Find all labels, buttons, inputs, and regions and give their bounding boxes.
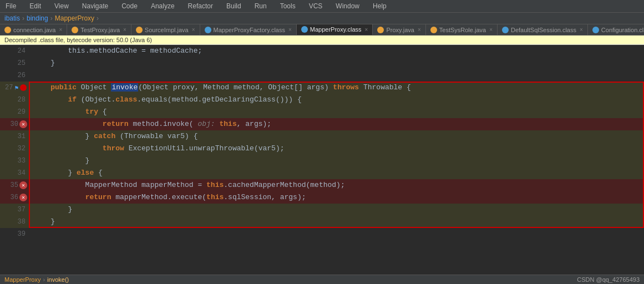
tab-connection[interactable]: connection.java × (0, 24, 67, 35)
line-num-area-39: 39 (0, 228, 29, 240)
tab-label-configuration: Configuration.class (601, 27, 644, 33)
line-row-28: 28 if (Object.class.equals(method.getDec… (0, 94, 644, 106)
bottom-method[interactable]: invoke() (47, 276, 69, 283)
menu-navigate[interactable]: Navigate (79, 1, 111, 11)
bottom-bar: MapperProxy › invoke() CSDN @qq_42765493 (0, 275, 644, 284)
breadcrumb-sep1: › (22, 14, 24, 22)
line-content-26 (29, 69, 644, 82)
tab-configuration[interactable]: Configuration.class × (588, 24, 644, 35)
tab-sourceimpl[interactable]: SourceImpl.java × (131, 24, 200, 35)
tab-defaultsqlsession[interactable]: DefaultSqlSession.class × (498, 24, 588, 35)
bottom-breadcrumb: MapperProxy › invoke() (4, 276, 69, 283)
breadcrumb-mapperproxy[interactable]: MapperProxy (55, 14, 94, 22)
tab-icon-testproxy (72, 27, 78, 33)
line-row-39: 39 (0, 228, 644, 240)
menu-file[interactable]: File (2, 1, 19, 11)
tab-label-mapperproxyfactory: MapperProxyFactory.class (214, 27, 285, 33)
bookmark-icon: ⚑ (14, 84, 18, 92)
line-num-38: 38 (13, 218, 26, 226)
bottom-class[interactable]: MapperProxy (4, 276, 40, 283)
menu-help[interactable]: Help (369, 1, 390, 11)
info-text: Decompiled .class file, bytecode version… (4, 37, 152, 43)
line-content-25: } (29, 57, 644, 69)
tab-mapperproxyfactory[interactable]: MapperProxyFactory.class × (200, 24, 297, 35)
tab-icon-mapperproxy (301, 26, 308, 33)
menu-bar: File Edit View Navigate Code Analyze Ref… (0, 0, 644, 13)
line-num-27: 27 (1, 84, 13, 92)
line-content-34: } else { (29, 167, 644, 179)
menu-tools[interactable]: Tools (277, 1, 299, 11)
tab-label-mapperproxy: MapperProxy.class (310, 26, 362, 33)
error-icon-36: ✕ (19, 194, 27, 201)
line-content-37: } (29, 204, 644, 216)
line-row-30: 30 ✕ return method.invoke( obj: this, ar… (0, 118, 644, 130)
line-content-28: if (Object.class.equals(method.getDeclar… (29, 94, 644, 106)
tab-close-testsysrole[interactable]: × (489, 27, 493, 33)
menu-vcs[interactable]: VCS (306, 1, 326, 11)
tab-label-testproxy: TestProxy.java (80, 27, 120, 33)
menu-view[interactable]: View (51, 1, 72, 11)
info-bar: Decompiled .class file, bytecode version… (0, 36, 644, 45)
line-num-34: 34 (13, 169, 26, 177)
line-row-32: 32 throw ExceptionUtil.unwrapThrowable(v… (0, 143, 644, 155)
line-num-31: 31 (13, 133, 26, 140)
ide-window: File Edit View Navigate Code Analyze Ref… (0, 0, 644, 284)
line-num-32: 32 (13, 145, 26, 153)
line-num-area-25: 25 (0, 57, 29, 69)
line-content-24: this.methodCache = methodCache; (29, 45, 644, 57)
tab-mapperproxy[interactable]: MapperProxy.class × (297, 24, 373, 36)
line-content-35: MapperMethod mapperMethod = this.cachedM… (29, 179, 644, 191)
tab-testsysrole[interactable]: TestSysRole.java × (426, 24, 498, 35)
line-num-area-30: 30 ✕ (0, 118, 29, 130)
line-num-39: 39 (13, 230, 26, 238)
bottom-credit: CSDN @qq_42765493 (577, 276, 640, 283)
tab-testproxy[interactable]: TestProxy.java × (67, 24, 131, 35)
menu-code[interactable]: Code (118, 1, 141, 11)
line-num-area-35: 35 ✕ (0, 179, 29, 191)
line-num-area-28: 28 (0, 94, 29, 106)
line-content-32: throw ExceptionUtil.unwrapThrowable(var5… (29, 143, 644, 155)
menu-window[interactable]: Window (332, 1, 363, 11)
line-row-36: 36 ✕ return mapperMethod.execute(this.sq… (0, 191, 644, 204)
line-row-37: 37 } (0, 204, 644, 216)
line-num-area-26: 26 (0, 69, 29, 82)
line-num-25: 25 (13, 59, 26, 67)
tab-close-connection[interactable]: × (59, 27, 62, 33)
line-content-39 (29, 228, 644, 240)
menu-build[interactable]: Build (223, 1, 245, 11)
breadcrumb: ibatis › binding › MapperProxy › (0, 13, 644, 24)
tab-close-proxy[interactable]: × (418, 27, 421, 33)
line-num-area-24: 24 (0, 45, 29, 57)
line-row-34: 34 } else { (0, 167, 644, 179)
tab-close-testproxy[interactable]: × (123, 27, 126, 33)
tab-close-mapperproxyfactory[interactable]: × (288, 27, 292, 33)
tab-close-mapperproxy[interactable]: × (365, 27, 368, 33)
line-content-27: public Object invoke(Object proxy, Metho… (29, 82, 644, 94)
breadcrumb-ibatis[interactable]: ibatis (4, 14, 20, 22)
line-row-33: 33 } (0, 155, 644, 167)
menu-refactor[interactable]: Refactor (185, 1, 216, 11)
all-lines: 24 this.methodCache = methodCache; 25 } … (0, 45, 644, 240)
code-area[interactable]: 24 this.methodCache = methodCache; 25 } … (0, 45, 644, 275)
tab-close-defaultsqlsession[interactable]: × (580, 27, 583, 33)
line-num-29: 29 (13, 108, 26, 116)
line-row-38: 38 } (0, 216, 644, 228)
tab-proxy[interactable]: Proxy.java × (373, 24, 425, 35)
breadcrumb-sep2: › (50, 14, 53, 22)
line-row-27: 27 ⚑ public Object invoke(Object proxy, … (0, 82, 644, 94)
tab-label-defaultsqlsession: DefaultSqlSession.class (511, 27, 576, 33)
line-num-area-34: 34 (0, 167, 29, 179)
line-content-31: } catch (Throwable var5) { (29, 130, 644, 143)
line-num-area-38: 38 (0, 216, 29, 228)
breadcrumb-binding[interactable]: binding (27, 14, 48, 22)
tab-icon-testsysrole (430, 27, 437, 33)
menu-run[interactable]: Run (251, 1, 270, 11)
menu-edit[interactable]: Edit (26, 1, 44, 11)
menu-analyze[interactable]: Analyze (148, 1, 178, 11)
error-icon-30: ✕ (19, 120, 27, 128)
line-num-area-29: 29 (0, 106, 29, 118)
line-num-30: 30 (6, 120, 18, 128)
tab-close-sourceimpl[interactable]: × (192, 27, 195, 33)
breakpoint-icon[interactable] (20, 84, 27, 91)
tab-icon-configuration (592, 27, 599, 33)
